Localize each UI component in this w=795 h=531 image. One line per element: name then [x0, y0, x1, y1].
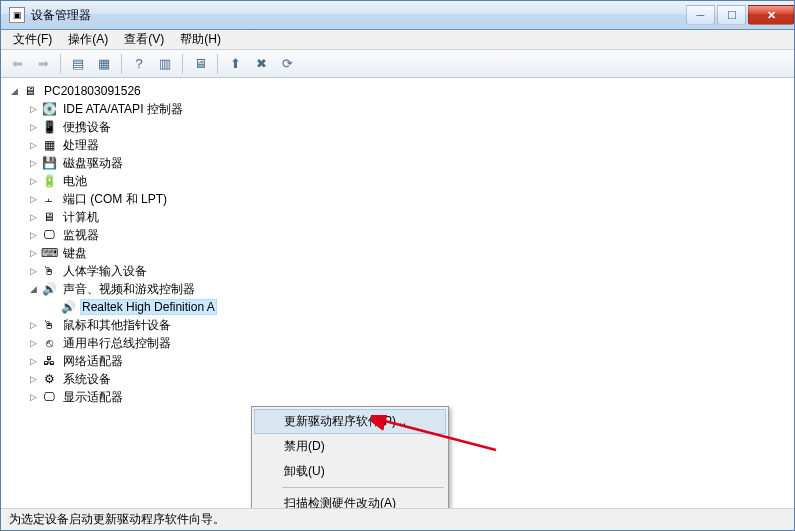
properties-button[interactable]: ▦ — [92, 53, 116, 75]
tree-root-node[interactable]: ◢🖥PC201803091526 — [7, 82, 794, 100]
expander-icon[interactable]: ▷ — [26, 100, 41, 118]
action-button[interactable]: ▥ — [153, 53, 177, 75]
tree-label: 人体学输入设备 — [61, 262, 149, 281]
show-console-button[interactable]: ▤ — [66, 53, 90, 75]
tree-label: 显示适配器 — [61, 388, 125, 407]
expander-icon[interactable]: ▷ — [26, 262, 41, 280]
tree-category[interactable]: ▷🔋电池 — [7, 172, 794, 190]
context-update-driver[interactable]: 更新驱动程序软件(P)... — [254, 409, 446, 434]
tree-label: 通用串行总线控制器 — [61, 334, 173, 353]
context-menu: 更新驱动程序软件(P)... 禁用(D) 卸载(U) 扫描检测硬件改动(A) 属… — [251, 406, 449, 508]
expander-icon[interactable]: ▷ — [26, 190, 41, 208]
expander-icon[interactable]: ▷ — [26, 388, 41, 406]
device-icon: ⎋ — [41, 335, 57, 351]
expander-icon[interactable]: ▷ — [26, 118, 41, 136]
tree-category[interactable]: ▷⌨键盘 — [7, 244, 794, 262]
tree-category[interactable]: ▷⚙系统设备 — [7, 370, 794, 388]
device-icon: 🖱 — [41, 317, 57, 333]
tree-label: 监视器 — [61, 226, 101, 245]
tree-label: 处理器 — [61, 136, 101, 155]
tree-category[interactable]: ▷🖵显示适配器 — [7, 388, 794, 406]
tree-label: 系统设备 — [61, 370, 113, 389]
tree-label: 鼠标和其他指针设备 — [61, 316, 173, 335]
device-icon: 🖧 — [41, 353, 57, 369]
context-disable[interactable]: 禁用(D) — [254, 434, 446, 459]
device-icon: 🖱 — [41, 263, 57, 279]
back-button[interactable]: ⬅ — [5, 53, 29, 75]
expander-icon[interactable]: ▷ — [26, 136, 41, 154]
expander-icon[interactable]: ▷ — [26, 208, 41, 226]
device-icon: 💾 — [41, 155, 57, 171]
device-icon: 🔊 — [41, 281, 57, 297]
device-icon: ▦ — [41, 137, 57, 153]
close-button[interactable]: ✕ — [748, 5, 794, 25]
toolbar: ⬅ ➡ ▤ ▦ ? ▥ 🖥 ⬆ ✖ ⟳ — [1, 50, 794, 78]
update-driver-button[interactable]: ⬆ — [223, 53, 247, 75]
expander-icon[interactable]: ◢ — [7, 82, 22, 100]
menu-file[interactable]: 文件(F) — [5, 29, 60, 50]
device-icon: 🖥 — [22, 83, 38, 99]
tree-category[interactable]: ▷▦处理器 — [7, 136, 794, 154]
window-controls: ─ ☐ ✕ — [686, 5, 794, 25]
device-manager-window: ▣ 设备管理器 ─ ☐ ✕ 文件(F) 操作(A) 查看(V) 帮助(H) ⬅ … — [0, 0, 795, 531]
expander-icon[interactable]: ▷ — [26, 244, 41, 262]
tree-category[interactable]: ▷🖥计算机 — [7, 208, 794, 226]
tree-category[interactable]: ▷💾磁盘驱动器 — [7, 154, 794, 172]
expander-icon[interactable]: ▷ — [26, 226, 41, 244]
device-icon: ⚙ — [41, 371, 57, 387]
menu-help[interactable]: 帮助(H) — [172, 29, 229, 50]
maximize-button[interactable]: ☐ — [717, 5, 746, 25]
menubar: 文件(F) 操作(A) 查看(V) 帮助(H) — [1, 30, 794, 50]
tree-category[interactable]: ▷📱便携设备 — [7, 118, 794, 136]
tree-category[interactable]: ▷🖧网络适配器 — [7, 352, 794, 370]
minimize-button[interactable]: ─ — [686, 5, 715, 25]
tree-label: Realtek High Definition A — [80, 299, 217, 315]
device-icon: 💽 — [41, 101, 57, 117]
tree-label: 便携设备 — [61, 118, 113, 137]
tree-label: 端口 (COM 和 LPT) — [61, 190, 169, 209]
menu-action[interactable]: 操作(A) — [60, 29, 116, 50]
tree-category[interactable]: ▷🖵监视器 — [7, 226, 794, 244]
titlebar[interactable]: ▣ 设备管理器 ─ ☐ ✕ — [1, 1, 794, 30]
context-separator — [282, 487, 444, 488]
expander-icon[interactable] — [45, 298, 60, 316]
tree-category[interactable]: ▷💽IDE ATA/ATAPI 控制器 — [7, 100, 794, 118]
app-icon: ▣ — [9, 7, 25, 23]
device-icon: 🔊 — [60, 299, 76, 315]
menu-view[interactable]: 查看(V) — [116, 29, 172, 50]
tree-label: 磁盘驱动器 — [61, 154, 125, 173]
device-icon: 🖥 — [41, 209, 57, 225]
tree-category[interactable]: ▷⫠端口 (COM 和 LPT) — [7, 190, 794, 208]
tree-device[interactable]: 🔊Realtek High Definition A — [7, 298, 794, 316]
toolbar-separator — [182, 54, 183, 74]
tree-category[interactable]: ▷⎋通用串行总线控制器 — [7, 334, 794, 352]
expander-icon[interactable]: ▷ — [26, 334, 41, 352]
expander-icon[interactable]: ▷ — [26, 352, 41, 370]
device-icon: 🖵 — [41, 389, 57, 405]
expander-icon[interactable]: ▷ — [26, 172, 41, 190]
uninstall-button[interactable]: ✖ — [249, 53, 273, 75]
context-scan[interactable]: 扫描检测硬件改动(A) — [254, 491, 446, 508]
tree-label: PC201803091526 — [42, 83, 143, 99]
tree-label: 声音、视频和游戏控制器 — [61, 280, 197, 299]
disable-button[interactable]: ⟳ — [275, 53, 299, 75]
status-text: 为选定设备启动更新驱动程序软件向导。 — [9, 511, 225, 528]
device-icon: ⌨ — [41, 245, 57, 261]
expander-icon[interactable]: ▷ — [26, 154, 41, 172]
device-tree[interactable]: ◢🖥PC201803091526▷💽IDE ATA/ATAPI 控制器▷📱便携设… — [1, 78, 794, 508]
tree-label: 计算机 — [61, 208, 101, 227]
scan-hardware-button[interactable]: 🖥 — [188, 53, 212, 75]
expander-icon[interactable]: ▷ — [26, 370, 41, 388]
toolbar-separator — [60, 54, 61, 74]
tree-category[interactable]: ▷🖱鼠标和其他指针设备 — [7, 316, 794, 334]
tree-label: 电池 — [61, 172, 89, 191]
forward-button[interactable]: ➡ — [31, 53, 55, 75]
context-uninstall[interactable]: 卸载(U) — [254, 459, 446, 484]
expander-icon[interactable]: ▷ — [26, 316, 41, 334]
help-button[interactable]: ? — [127, 53, 151, 75]
tree-category[interactable]: ◢🔊声音、视频和游戏控制器 — [7, 280, 794, 298]
tree-label: IDE ATA/ATAPI 控制器 — [61, 100, 185, 119]
tree-category[interactable]: ▷🖱人体学输入设备 — [7, 262, 794, 280]
toolbar-separator — [121, 54, 122, 74]
expander-icon[interactable]: ◢ — [26, 280, 41, 298]
